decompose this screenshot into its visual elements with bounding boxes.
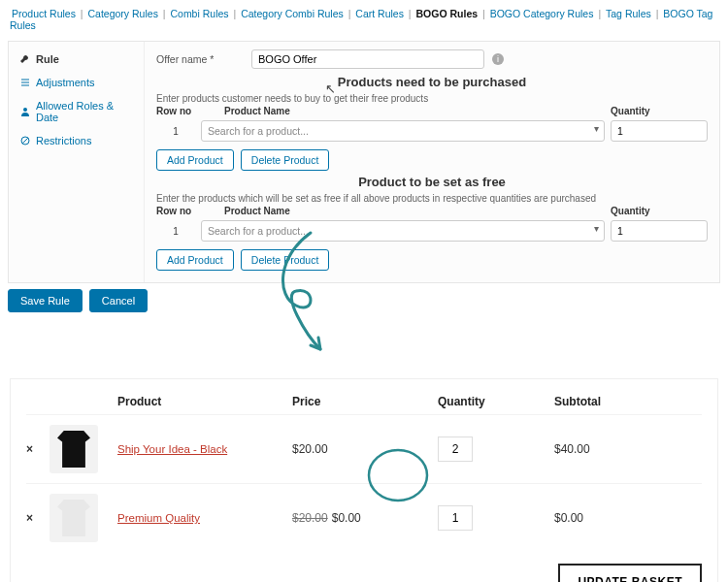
cart-header-price: Price xyxy=(292,395,438,408)
sidebar-item-label: Allowed Roles & Date xyxy=(36,100,132,123)
delete-free-product-button[interactable]: Delete Product xyxy=(241,249,329,271)
tab-bogo-rules[interactable]: BOGO Rules xyxy=(416,8,479,19)
product-link[interactable]: Ship Your Idea - Black xyxy=(117,443,227,455)
purchase-qty-input[interactable] xyxy=(611,120,708,142)
save-rule-button[interactable]: Save Rule xyxy=(8,289,83,312)
free-row: 1 Search for a product... xyxy=(156,220,708,242)
cart-header-subtotal: Subtotal xyxy=(554,395,632,408)
ban-icon xyxy=(20,136,30,146)
delete-purchase-product-button[interactable]: Delete Product xyxy=(241,149,329,171)
cart-table: Product Price Quantity Subtotal × Ship Y… xyxy=(10,378,718,582)
sidebar-item-adjustments[interactable]: Adjustments xyxy=(9,71,144,94)
tab-product-rules[interactable]: Product Rules xyxy=(12,8,76,19)
rule-form: Offer name * i Products need to be purch… xyxy=(145,42,719,282)
user-icon xyxy=(20,107,30,116)
sliders-icon xyxy=(20,78,30,87)
cart-header-qty: Quantity xyxy=(438,395,554,408)
col-qty: Quantity xyxy=(611,106,708,116)
tab-combi-rules[interactable]: Combi Rules xyxy=(170,8,228,19)
price-original: $20.00 xyxy=(292,511,328,525)
sidebar-item-label: Rule xyxy=(36,53,59,65)
sidebar-item-restrictions[interactable]: Restrictions xyxy=(9,129,144,152)
sidebar-item-label: Restrictions xyxy=(36,135,91,146)
add-free-product-button[interactable]: Add Product xyxy=(156,249,234,271)
rowno-value: 1 xyxy=(156,226,195,237)
hint-purchase: Enter products customer needs to buy to … xyxy=(156,93,708,104)
tab-tag-rules[interactable]: Tag Rules xyxy=(606,8,651,19)
col-rowno: Row no xyxy=(156,206,224,216)
remove-item-button[interactable]: × xyxy=(26,511,50,525)
product-thumbnail xyxy=(50,425,117,473)
save-bar: Save Rule Cancel xyxy=(0,283,728,320)
qty-input[interactable] xyxy=(438,505,473,531)
col-product: Product Name xyxy=(224,206,611,216)
offer-name-label: Offer name * xyxy=(156,53,244,65)
qty-input[interactable] xyxy=(438,436,473,462)
section-title-free: Product to be set as free xyxy=(156,175,708,189)
cart-header-product: Product xyxy=(117,395,292,408)
cart-row: × Ship Your Idea - Black $20.00 $40.00 xyxy=(26,414,702,483)
col-qty: Quantity xyxy=(611,206,708,216)
product-link[interactable]: Premium Quality xyxy=(117,512,200,524)
product-subtotal: $0.00 xyxy=(554,511,632,525)
tab-cart-rules[interactable]: Cart Rules xyxy=(355,8,404,19)
tab-category-combi-rules[interactable]: Category Combi Rules xyxy=(241,8,344,19)
sidebar-item-rule[interactable]: Rule xyxy=(9,48,144,71)
add-purchase-product-button[interactable]: Add Product xyxy=(156,149,234,171)
purchase-row: 1 Search for a product... xyxy=(156,120,708,142)
free-product-select[interactable]: Search for a product... xyxy=(201,220,605,242)
rule-sidebar: Rule Adjustments Allowed Roles & Date Re… xyxy=(9,42,145,282)
col-rowno: Row no xyxy=(156,106,224,116)
sidebar-item-roles-date[interactable]: Allowed Roles & Date xyxy=(9,94,144,129)
product-subtotal: $40.00 xyxy=(554,442,632,456)
bogo-rule-panel: Rule Adjustments Allowed Roles & Date Re… xyxy=(8,41,720,283)
cart-header-row: Product Price Quantity Subtotal xyxy=(26,389,702,414)
section-title-purchase: Products need to be purchased xyxy=(156,75,708,89)
free-table-header: Row no Product Name Quantity xyxy=(156,206,708,216)
remove-item-button[interactable]: × xyxy=(26,442,50,456)
product-price: $20.00$0.00 xyxy=(292,511,438,525)
sidebar-item-label: Adjustments xyxy=(36,77,95,88)
free-qty-input[interactable] xyxy=(611,220,708,242)
svg-line-2 xyxy=(22,138,28,144)
purchase-table-header: Row no Product Name Quantity xyxy=(156,106,708,116)
product-thumbnail xyxy=(50,494,117,542)
offer-name-input[interactable] xyxy=(251,49,484,69)
info-icon[interactable]: i xyxy=(492,53,504,65)
col-product: Product Name xyxy=(224,106,611,116)
svg-point-0 xyxy=(23,108,27,112)
cancel-button[interactable]: Cancel xyxy=(89,289,148,312)
tab-category-rules[interactable]: Category Rules xyxy=(88,8,158,19)
hint-free: Enter the products which will be set as … xyxy=(156,193,708,204)
rule-type-tabs: Product Rules | Category Rules | Combi R… xyxy=(0,0,728,37)
update-basket-button[interactable]: UPDATE BASKET xyxy=(558,564,702,582)
product-price: $20.00 xyxy=(292,442,438,456)
wrench-icon xyxy=(20,54,30,64)
price-current: $0.00 xyxy=(332,511,361,525)
rowno-value: 1 xyxy=(156,126,195,137)
tab-bogo-category-rules[interactable]: BOGO Category Rules xyxy=(490,8,594,19)
purchase-product-select[interactable]: Search for a product... xyxy=(201,120,605,142)
cart-row: × Premium Quality $20.00$0.00 $0.00 xyxy=(26,483,702,552)
